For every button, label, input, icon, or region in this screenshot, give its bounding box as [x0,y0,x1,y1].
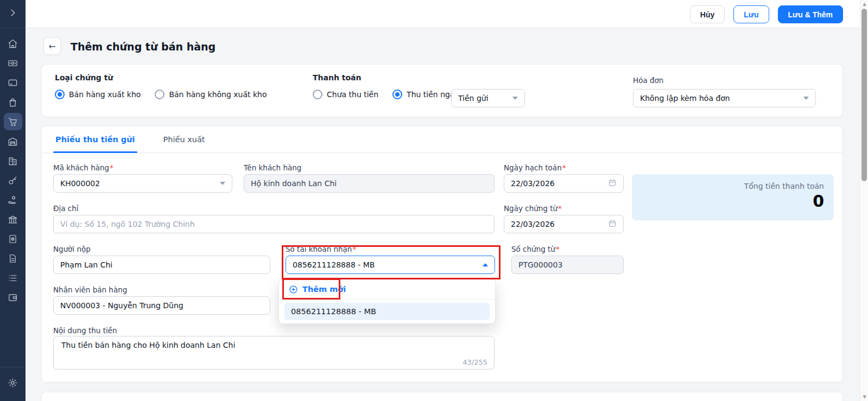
calendar-icon[interactable] [608,179,617,189]
payment-method-select[interactable]: Tiền gửi [451,89,525,107]
sales-employee-input[interactable] [53,296,270,315]
radio-thu-tien-ngay[interactable]: Thu tiền ngay [392,90,459,99]
shopping-bag-icon [8,97,18,107]
sidebar-item-card-payment[interactable] [4,74,22,91]
customer-name-label: Tên khách hàng [244,163,301,172]
radio-icon [55,90,65,99]
doc-type-label: Loại chứng từ [55,73,267,82]
radio-chua-thu-tien[interactable]: Chưa thu tiền [313,90,378,99]
account-option[interactable]: 0856211128888 - MB [284,303,490,320]
list-icon [8,273,18,283]
customer-code-label: Mã khách hàng* [53,163,113,172]
receiving-account-label: Số tài khoản nhận* [286,245,356,253]
total-value: 0 [642,192,824,211]
plus-circle-icon [289,285,298,294]
sidebar-item-wallet[interactable] [4,289,22,306]
scroll-down-arrow[interactable]: ▼ [860,393,868,401]
sidebar-item-company[interactable] [4,152,22,169]
sidebar-item-cash-register[interactable] [4,54,22,72]
payment-label: Thanh toán [313,73,459,82]
chevron-up-icon [483,263,488,266]
account-dropdown-panel: Thêm mới 0856211128888 - MB [278,279,496,324]
sidebar [0,0,26,401]
tab-phieu-xuat[interactable]: Phiếu xuất [161,126,207,152]
add-new-account-button[interactable]: Thêm mới [279,279,495,300]
payer-input[interactable] [53,256,270,274]
topbar: Hủy Lưu Lưu & Thêm [26,0,868,28]
sidebar-item-keys[interactable] [4,171,22,189]
customer-code-select[interactable]: KH000002 [53,174,232,193]
building-icon [8,156,18,166]
chevron-right-icon [8,8,18,18]
total-panel: Tổng tiền thanh toán 0 [632,174,834,220]
home-icon [8,39,18,49]
main-content: ← Thêm chứng từ bán hàng Loại chứng từ B… [26,28,868,401]
customer-name-field: Hộ kinh doanh Lan Chi [244,174,495,193]
note-label: Nội dung thu tiền [53,326,117,335]
wallet-icon [8,292,18,303]
warehouse-icon [8,136,18,147]
invoice-label: Hóa đơn [633,76,816,85]
chevron-down-icon [512,97,518,100]
radio-ban-hang-khong-xuat-kho[interactable]: Bán hàng không xuất kho [155,90,267,99]
cancel-button[interactable]: Hủy [690,5,725,23]
scrollbar-thumb[interactable] [861,9,867,181]
shopping-cart-icon [8,117,18,127]
note-textarea[interactable]: Thu tiền bán hàng cho Hộ kinh doanh Lan … [54,336,494,358]
sidebar-item-sales[interactable] [4,113,22,130]
document-icon [8,253,18,264]
document-number-field: PTG000003 [511,256,624,274]
sidebar-expand-button[interactable] [4,4,22,22]
posting-date-input[interactable]: 22/03/2026 [504,174,624,193]
gear-icon [8,378,18,388]
posting-date-label: Ngày hạch toán* [504,163,566,172]
save-button[interactable]: Lưu [733,5,769,23]
tab-phieu-thu-tien-gui[interactable]: Phiếu thu tiền gửi [53,126,137,152]
sidebar-item-home[interactable] [4,35,22,52]
page-title: Thêm chứng từ bán hàng [71,41,216,53]
next-section-card [41,392,843,401]
radio-icon [392,90,402,99]
tab-bar: Phiếu thu tiền gửi Phiếu xuất [42,126,842,153]
chevron-down-icon [220,182,225,185]
sidebar-item-warehouse[interactable] [4,132,22,150]
receipt-dollar-icon [8,234,18,244]
receipt-form-card: Phiếu thu tiền gửi Phiếu xuất Mã khách h… [41,126,843,383]
address-label: Địa chỉ [53,204,79,213]
sidebar-item-cash-documents[interactable] [4,230,22,247]
sidebar-item-settings[interactable] [4,374,22,391]
document-date-input[interactable]: 22/03/2026 [504,215,624,233]
sidebar-item-lending[interactable] [4,191,22,208]
app-window: Hủy Lưu Lưu & Thêm ← Thêm chứng từ bán h… [0,0,868,401]
sidebar-item-documents[interactable] [4,250,22,267]
note-field: Thu tiền bán hàng cho Hộ kinh doanh Lan … [53,336,495,370]
cash-register-icon [8,58,18,68]
back-button[interactable]: ← [43,37,61,55]
sidebar-item-purchases[interactable] [4,93,22,111]
chevron-down-icon [803,97,809,100]
save-and-add-button[interactable]: Lưu & Thêm [778,5,843,23]
receiving-account-select[interactable]: 0856211128888 - MB [286,256,495,274]
radio-icon [313,90,322,99]
sales-employee-label: Nhân viên bán hàng [53,285,127,294]
credit-card-icon [8,78,18,88]
document-options-card: Loại chứng từ Bán hàng xuất kho Bán hàng… [41,64,843,117]
payer-label: Người nộp [53,245,91,253]
scroll-up-arrow[interactable]: ▲ [860,0,868,8]
invoice-select[interactable]: Không lập kèm hóa đơn [633,89,816,107]
sidebar-item-lists[interactable] [4,269,22,287]
calendar-icon[interactable] [608,219,617,230]
hand-coin-icon [8,195,18,205]
bank-icon [8,214,18,225]
radio-icon [155,90,164,99]
document-number-label: Số chứng từ* [511,245,560,253]
sidebar-item-bank[interactable] [4,211,22,228]
note-char-counter: 43/255 [462,358,487,366]
radio-ban-hang-xuat-kho[interactable]: Bán hàng xuất kho [55,90,141,99]
address-input[interactable] [53,215,495,233]
total-label: Tổng tiền thanh toán [642,182,824,190]
vertical-scrollbar[interactable]: ▲ ▼ [860,0,868,401]
key-icon [8,175,18,186]
document-date-label: Ngày chứng từ* [504,204,562,213]
